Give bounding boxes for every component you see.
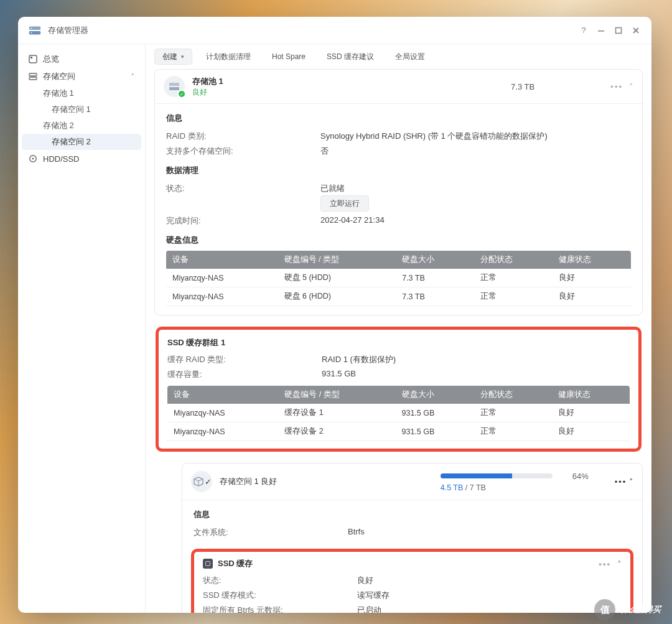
pool-info-section: 信息 RAID 类别:Synology Hybrid RAID (SHR) (带… [155,103,642,315]
sidebar-label: 总览 [43,54,59,65]
sidebar-item-volume1[interactable]: 存储空间 1 [22,101,141,118]
hot-spare-button[interactable]: Hot Spare [264,49,313,65]
create-button[interactable]: 创建▾ [154,49,192,65]
section-heading: 信息 [194,509,631,520]
table-row[interactable]: Miyanzqy-NAS缓存设备 1931.5 GB正常良好 [167,404,630,422]
svg-rect-4 [598,30,604,32]
ssd-advice-button[interactable]: SSD 缓存建议 [319,49,381,65]
table-row[interactable]: Miyanzqy-NAS硬盘 5 (HDD)7.3 TB正常良好 [166,269,631,287]
volume-more-button[interactable]: ••• [615,477,627,487]
section-heading: 信息 [166,113,631,124]
volume-usage-pct: 64% [561,472,589,481]
overview-icon [28,54,38,64]
app-icon [28,24,42,37]
titlebar: 存储管理器 ? [18,17,651,44]
watermark: 值 什么值得买 [594,599,661,620]
pool-capacity: 7.3 TB [511,82,534,91]
volume-icon: ✓ [191,471,212,492]
ssd-cache-title: SSD 缓存 [218,558,253,569]
volume-usage-text: 4.5 TB / 7 TB [441,483,602,492]
ssd-icon [203,559,213,569]
main-scroll[interactable]: ✓ 存储池 1 良好 7.3 TB ••• ˄ [146,69,651,613]
caret-down-icon: ▾ [181,54,184,60]
storage-manager-window: 存储管理器 ? 总览 存储空间 ˄ 存储池 1 存储空间 1 存储池 2 存储空… [18,17,651,613]
svg-rect-5 [616,27,622,33]
status-ok-icon: ✓ [205,477,212,487]
svg-rect-9 [29,77,37,80]
sidebar-item-pool2[interactable]: 存储池 2 [22,118,141,134]
svg-rect-6 [29,55,37,63]
sidebar-item-pool1[interactable]: 存储池 1 [22,85,141,101]
minimize-button[interactable] [594,24,608,37]
pool-icon: ✓ [164,76,185,97]
help-button[interactable]: ? [577,24,590,37]
scrub-schedule-button[interactable]: 计划数据清理 [198,49,258,65]
ssd-cache-group-highlight: SSD 缓存群组 1 缓存 RAID 类型:RAID 1 (有数据保护) 缓存容… [156,327,642,452]
section-heading: 硬盘信息 [166,235,631,246]
sidebar: 总览 存储空间 ˄ 存储池 1 存储空间 1 存储池 2 存储空间 2 HDD/… [18,44,145,613]
sidebar-item-storage[interactable]: 存储空间 ˄ [22,68,141,85]
toolbar: 创建▾ 计划数据清理 Hot Spare SSD 缓存建议 全局设置 [146,44,651,69]
sidebar-label: 存储空间 [43,71,75,82]
maximize-button[interactable] [612,24,625,37]
storage-pool-card: ✓ 存储池 1 良好 7.3 TB ••• ˄ [154,69,643,315]
collapse-icon[interactable]: ˄ [617,559,622,569]
ssd-cache-panel: SSD 缓存 ••• ˄ 状态:良好 SSD 缓存模式:读写缓存 固定所有 Bt… [191,549,633,613]
close-button[interactable] [629,24,643,37]
svg-point-2 [31,27,32,29]
watermark-icon: 值 [594,599,615,620]
pool-more-button[interactable]: ••• [610,82,623,91]
storage-icon [28,72,38,81]
sidebar-item-hdd-ssd[interactable]: HDD/SSD [22,150,141,167]
sidebar-item-overview[interactable]: 总览 [22,50,141,68]
disk-icon [28,154,38,164]
ssd-group-title: SSD 缓存群组 1 [167,337,630,348]
section-heading: 数据清理 [166,165,631,176]
disk-table: 设备 硬盘编号 / 类型 硬盘大小 分配状态 健康状态 Miyanzqy-NAS… [166,251,631,306]
svg-rect-1 [29,30,40,34]
table-row[interactable]: Miyanzqy-NAS硬盘 6 (HDD)7.3 TB正常良好 [166,287,631,306]
ssd-group-table: 设备 硬盘编号 / 类型 硬盘大小 分配状态 健康状态 Miyanzqy-NAS… [167,386,630,441]
svg-point-3 [31,32,32,33]
volume-card: ✓ 存储空间 1 良好 64% [182,463,643,613]
collapse-icon[interactable]: ˄ [629,82,633,91]
table-row[interactable]: Miyanzqy-NAS缓存设备 2931.5 GB正常良好 [167,422,630,441]
chevron-up-icon: ˄ [131,72,135,81]
volume-usage-bar [441,473,553,478]
volume-status: 良好 [261,477,277,486]
status-ok-icon: ✓ [177,90,186,98]
volume-title: 存储空间 1 [220,477,259,486]
pool-status: 良好 [192,87,223,97]
svg-rect-12 [169,83,179,86]
sidebar-item-volume2[interactable]: 存储空间 2 [22,134,141,150]
global-settings-button[interactable]: 全局设置 [388,49,432,65]
volume-info-section: 信息 文件系统:Btrfs [182,500,642,549]
collapse-icon[interactable]: ˄ [629,477,633,487]
window-title: 存储管理器 [48,25,88,36]
svg-rect-13 [169,87,179,90]
svg-point-11 [32,158,34,160]
ssd-cache-more-button[interactable]: ••• [599,559,611,569]
svg-rect-0 [29,26,40,30]
sidebar-label: HDD/SSD [43,154,80,164]
svg-rect-7 [30,57,32,58]
run-now-button[interactable]: 立即运行 [320,195,369,212]
svg-rect-8 [29,73,37,76]
pool-title: 存储池 1 [192,76,223,87]
